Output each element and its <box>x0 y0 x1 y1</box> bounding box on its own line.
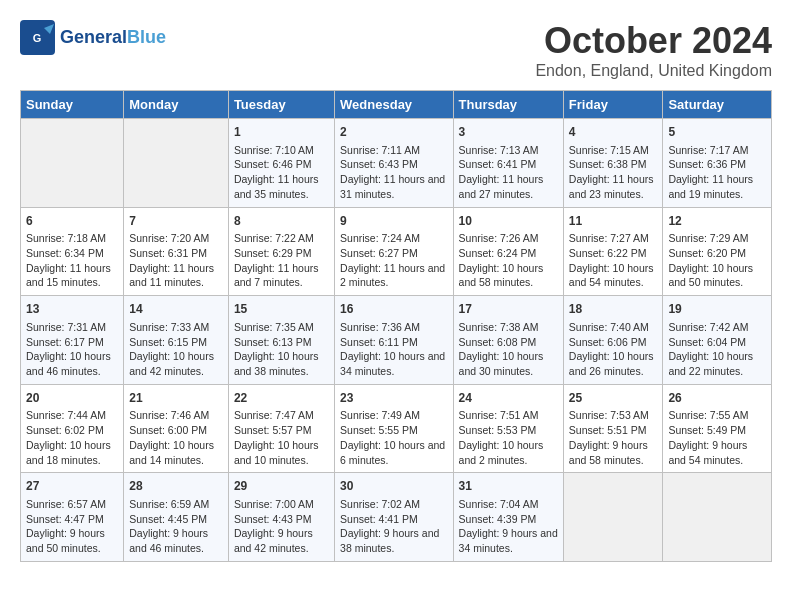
calendar-table: SundayMondayTuesdayWednesdayThursdayFrid… <box>20 90 772 562</box>
day-number: 27 <box>26 478 118 495</box>
day-info: Sunrise: 7:49 AMSunset: 5:55 PMDaylight:… <box>340 408 447 467</box>
day-info: Sunrise: 7:55 AMSunset: 5:49 PMDaylight:… <box>668 408 766 467</box>
day-info: Sunrise: 7:33 AMSunset: 6:15 PMDaylight:… <box>129 320 223 379</box>
day-number: 21 <box>129 390 223 407</box>
calendar-cell: 27Sunrise: 6:57 AMSunset: 4:47 PMDayligh… <box>21 473 124 562</box>
weekday-header-cell: Sunday <box>21 91 124 119</box>
day-info: Sunrise: 7:40 AMSunset: 6:06 PMDaylight:… <box>569 320 658 379</box>
calendar-cell: 19Sunrise: 7:42 AMSunset: 6:04 PMDayligh… <box>663 296 772 385</box>
day-number: 29 <box>234 478 329 495</box>
calendar-week-row: 6Sunrise: 7:18 AMSunset: 6:34 PMDaylight… <box>21 207 772 296</box>
day-info: Sunrise: 7:15 AMSunset: 6:38 PMDaylight:… <box>569 143 658 202</box>
day-number: 6 <box>26 213 118 230</box>
calendar-cell <box>663 473 772 562</box>
calendar-cell: 26Sunrise: 7:55 AMSunset: 5:49 PMDayligh… <box>663 384 772 473</box>
calendar-cell: 6Sunrise: 7:18 AMSunset: 6:34 PMDaylight… <box>21 207 124 296</box>
day-number: 2 <box>340 124 447 141</box>
day-number: 16 <box>340 301 447 318</box>
day-info: Sunrise: 7:13 AMSunset: 6:41 PMDaylight:… <box>459 143 558 202</box>
day-number: 14 <box>129 301 223 318</box>
day-info: Sunrise: 7:31 AMSunset: 6:17 PMDaylight:… <box>26 320 118 379</box>
calendar-cell: 28Sunrise: 6:59 AMSunset: 4:45 PMDayligh… <box>124 473 229 562</box>
weekday-header-cell: Wednesday <box>335 91 453 119</box>
day-info: Sunrise: 7:27 AMSunset: 6:22 PMDaylight:… <box>569 231 658 290</box>
calendar-cell: 14Sunrise: 7:33 AMSunset: 6:15 PMDayligh… <box>124 296 229 385</box>
day-info: Sunrise: 7:18 AMSunset: 6:34 PMDaylight:… <box>26 231 118 290</box>
title-block: October 2024 Endon, England, United King… <box>535 20 772 80</box>
calendar-cell: 2Sunrise: 7:11 AMSunset: 6:43 PMDaylight… <box>335 119 453 208</box>
calendar-cell <box>21 119 124 208</box>
day-number: 17 <box>459 301 558 318</box>
calendar-cell: 16Sunrise: 7:36 AMSunset: 6:11 PMDayligh… <box>335 296 453 385</box>
day-number: 31 <box>459 478 558 495</box>
calendar-cell: 10Sunrise: 7:26 AMSunset: 6:24 PMDayligh… <box>453 207 563 296</box>
calendar-cell: 11Sunrise: 7:27 AMSunset: 6:22 PMDayligh… <box>563 207 663 296</box>
day-number: 25 <box>569 390 658 407</box>
calendar-cell: 1Sunrise: 7:10 AMSunset: 6:46 PMDaylight… <box>228 119 334 208</box>
calendar-cell: 7Sunrise: 7:20 AMSunset: 6:31 PMDaylight… <box>124 207 229 296</box>
day-number: 19 <box>668 301 766 318</box>
calendar-cell: 25Sunrise: 7:53 AMSunset: 5:51 PMDayligh… <box>563 384 663 473</box>
calendar-week-row: 1Sunrise: 7:10 AMSunset: 6:46 PMDaylight… <box>21 119 772 208</box>
weekday-header-cell: Thursday <box>453 91 563 119</box>
day-info: Sunrise: 7:24 AMSunset: 6:27 PMDaylight:… <box>340 231 447 290</box>
day-info: Sunrise: 7:04 AMSunset: 4:39 PMDaylight:… <box>459 497 558 556</box>
logo-icon: G <box>20 20 55 55</box>
weekday-header-cell: Saturday <box>663 91 772 119</box>
day-info: Sunrise: 6:59 AMSunset: 4:45 PMDaylight:… <box>129 497 223 556</box>
calendar-cell: 15Sunrise: 7:35 AMSunset: 6:13 PMDayligh… <box>228 296 334 385</box>
weekday-header-cell: Friday <box>563 91 663 119</box>
day-info: Sunrise: 7:46 AMSunset: 6:00 PMDaylight:… <box>129 408 223 467</box>
day-info: Sunrise: 7:00 AMSunset: 4:43 PMDaylight:… <box>234 497 329 556</box>
day-number: 22 <box>234 390 329 407</box>
day-info: Sunrise: 7:17 AMSunset: 6:36 PMDaylight:… <box>668 143 766 202</box>
calendar-week-row: 27Sunrise: 6:57 AMSunset: 4:47 PMDayligh… <box>21 473 772 562</box>
calendar-body: 1Sunrise: 7:10 AMSunset: 6:46 PMDaylight… <box>21 119 772 562</box>
day-info: Sunrise: 7:29 AMSunset: 6:20 PMDaylight:… <box>668 231 766 290</box>
day-info: Sunrise: 7:36 AMSunset: 6:11 PMDaylight:… <box>340 320 447 379</box>
day-number: 18 <box>569 301 658 318</box>
day-info: Sunrise: 7:51 AMSunset: 5:53 PMDaylight:… <box>459 408 558 467</box>
day-info: Sunrise: 7:38 AMSunset: 6:08 PMDaylight:… <box>459 320 558 379</box>
calendar-cell: 8Sunrise: 7:22 AMSunset: 6:29 PMDaylight… <box>228 207 334 296</box>
day-info: Sunrise: 7:47 AMSunset: 5:57 PMDaylight:… <box>234 408 329 467</box>
day-info: Sunrise: 7:42 AMSunset: 6:04 PMDaylight:… <box>668 320 766 379</box>
day-number: 5 <box>668 124 766 141</box>
day-number: 26 <box>668 390 766 407</box>
page-header: G GeneralBlue October 2024 Endon, Englan… <box>20 20 772 80</box>
day-number: 15 <box>234 301 329 318</box>
day-info: Sunrise: 7:35 AMSunset: 6:13 PMDaylight:… <box>234 320 329 379</box>
calendar-cell: 17Sunrise: 7:38 AMSunset: 6:08 PMDayligh… <box>453 296 563 385</box>
day-info: Sunrise: 7:11 AMSunset: 6:43 PMDaylight:… <box>340 143 447 202</box>
day-number: 12 <box>668 213 766 230</box>
day-info: Sunrise: 7:22 AMSunset: 6:29 PMDaylight:… <box>234 231 329 290</box>
calendar-cell: 30Sunrise: 7:02 AMSunset: 4:41 PMDayligh… <box>335 473 453 562</box>
day-info: Sunrise: 7:53 AMSunset: 5:51 PMDaylight:… <box>569 408 658 467</box>
weekday-header-cell: Monday <box>124 91 229 119</box>
day-number: 3 <box>459 124 558 141</box>
weekday-header-row: SundayMondayTuesdayWednesdayThursdayFrid… <box>21 91 772 119</box>
calendar-cell: 9Sunrise: 7:24 AMSunset: 6:27 PMDaylight… <box>335 207 453 296</box>
day-info: Sunrise: 7:10 AMSunset: 6:46 PMDaylight:… <box>234 143 329 202</box>
day-info: Sunrise: 6:57 AMSunset: 4:47 PMDaylight:… <box>26 497 118 556</box>
day-info: Sunrise: 7:02 AMSunset: 4:41 PMDaylight:… <box>340 497 447 556</box>
day-info: Sunrise: 7:20 AMSunset: 6:31 PMDaylight:… <box>129 231 223 290</box>
day-info: Sunrise: 7:44 AMSunset: 6:02 PMDaylight:… <box>26 408 118 467</box>
logo: G GeneralBlue <box>20 20 166 55</box>
calendar-cell: 21Sunrise: 7:46 AMSunset: 6:00 PMDayligh… <box>124 384 229 473</box>
calendar-cell: 24Sunrise: 7:51 AMSunset: 5:53 PMDayligh… <box>453 384 563 473</box>
day-number: 30 <box>340 478 447 495</box>
calendar-cell: 22Sunrise: 7:47 AMSunset: 5:57 PMDayligh… <box>228 384 334 473</box>
day-number: 7 <box>129 213 223 230</box>
day-number: 20 <box>26 390 118 407</box>
day-number: 13 <box>26 301 118 318</box>
day-number: 28 <box>129 478 223 495</box>
calendar-week-row: 13Sunrise: 7:31 AMSunset: 6:17 PMDayligh… <box>21 296 772 385</box>
day-number: 8 <box>234 213 329 230</box>
calendar-cell: 4Sunrise: 7:15 AMSunset: 6:38 PMDaylight… <box>563 119 663 208</box>
day-number: 10 <box>459 213 558 230</box>
calendar-cell: 13Sunrise: 7:31 AMSunset: 6:17 PMDayligh… <box>21 296 124 385</box>
day-number: 1 <box>234 124 329 141</box>
logo-name: GeneralBlue <box>60 27 166 48</box>
calendar-week-row: 20Sunrise: 7:44 AMSunset: 6:02 PMDayligh… <box>21 384 772 473</box>
